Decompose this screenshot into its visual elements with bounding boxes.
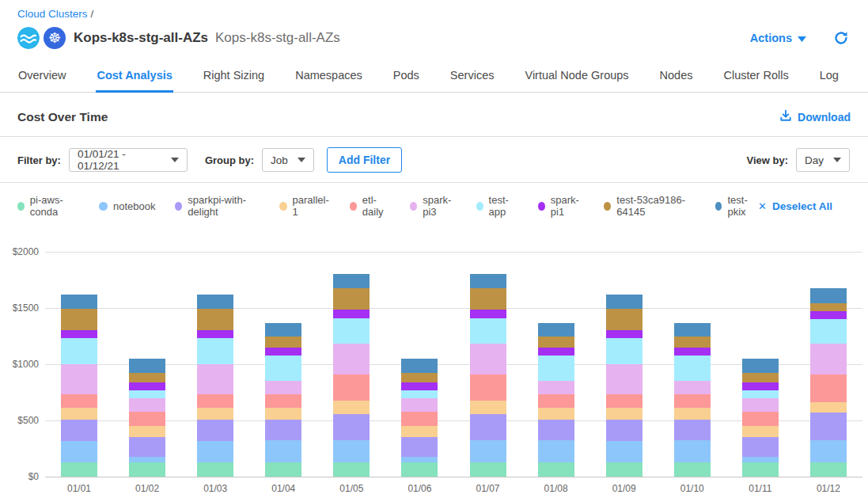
- bar-segment-pi-aws-conda[interactable]: [197, 462, 233, 477]
- bar-segment-pi-aws-conda[interactable]: [470, 462, 506, 477]
- legend-item-notebook[interactable]: notebook: [99, 200, 156, 212]
- bar-segment-test-53ca9186-64145[interactable]: [538, 337, 574, 348]
- bar-segment-parallel-1[interactable]: [401, 426, 438, 437]
- bar-segment-test-pkix[interactable]: [265, 323, 301, 337]
- stacked-bar-01/03[interactable]: [197, 295, 233, 477]
- bar-segment-test-53ca9186-64145[interactable]: [265, 337, 301, 348]
- bar-segment-test-pkix[interactable]: [674, 323, 711, 337]
- bar-segment-parallel-1[interactable]: [197, 408, 233, 419]
- bar-segment-sparkpi-with-delight[interactable]: [674, 420, 711, 440]
- date-range-select[interactable]: 01/01/21 - 01/12/21: [69, 148, 188, 172]
- bar-segment-pi-aws-conda[interactable]: [265, 462, 301, 477]
- bar-segment-test-app[interactable]: [197, 338, 233, 364]
- bar-segment-etl-daily[interactable]: [674, 394, 711, 408]
- bar-segment-etl-daily[interactable]: [129, 412, 165, 426]
- bar-segment-parallel-1[interactable]: [674, 408, 711, 419]
- bar-segment-notebook[interactable]: [810, 440, 847, 462]
- bar-segment-test-53ca9186-64145[interactable]: [61, 309, 97, 330]
- bar-segment-test-53ca9186-64145[interactable]: [674, 337, 711, 348]
- legend-item-test-pkix[interactable]: test-pkix: [715, 194, 758, 218]
- bar-segment-notebook[interactable]: [606, 441, 642, 463]
- bar-segment-spark-pi1[interactable]: [538, 348, 574, 356]
- bar-segment-test-53ca9186-64145[interactable]: [333, 288, 370, 310]
- bar-segment-test-app[interactable]: [265, 356, 301, 380]
- bar-segment-test-app[interactable]: [742, 390, 779, 398]
- stacked-bar-01/04[interactable]: [265, 323, 301, 477]
- bar-segment-test-app[interactable]: [470, 318, 506, 344]
- legend-item-spark-pi1[interactable]: spark-pi1: [538, 194, 584, 218]
- bar-segment-notebook[interactable]: [265, 440, 301, 462]
- bar-segment-spark-pi3[interactable]: [129, 398, 165, 411]
- bar-segment-test-pkix[interactable]: [197, 295, 233, 309]
- bar-segment-test-pkix[interactable]: [470, 274, 506, 288]
- legend-item-sparkpi-with-delight[interactable]: sparkpi-with-delight: [175, 194, 259, 218]
- bar-segment-pi-aws-conda[interactable]: [61, 462, 97, 477]
- bar-segment-spark-pi1[interactable]: [265, 348, 301, 356]
- bar-segment-sparkpi-with-delight[interactable]: [401, 437, 438, 457]
- tab-cluster-rolls[interactable]: Cluster Rolls: [723, 63, 790, 93]
- bar-segment-sparkpi-with-delight[interactable]: [470, 414, 506, 440]
- download-button[interactable]: Download: [779, 109, 851, 124]
- bar-segment-test-53ca9186-64145[interactable]: [606, 309, 642, 330]
- bar-segment-sparkpi-with-delight[interactable]: [606, 420, 642, 441]
- stacked-bar-01/08[interactable]: [538, 323, 574, 477]
- bar-segment-test-pkix[interactable]: [401, 359, 438, 373]
- bar-segment-spark-pi3[interactable]: [333, 344, 370, 374]
- legend-item-spark-pi3[interactable]: spark-pi3: [410, 194, 456, 218]
- bar-segment-pi-aws-conda[interactable]: [606, 462, 642, 477]
- legend-item-test-app[interactable]: test-app: [476, 194, 518, 218]
- bar-segment-test-53ca9186-64145[interactable]: [470, 288, 506, 310]
- bar-segment-spark-pi3[interactable]: [742, 398, 779, 411]
- bar-segment-notebook[interactable]: [129, 457, 165, 462]
- bar-segment-parallel-1[interactable]: [61, 408, 97, 419]
- view-by-select[interactable]: Day: [796, 148, 850, 172]
- bar-segment-spark-pi3[interactable]: [674, 381, 711, 395]
- stacked-bar-01/01[interactable]: [61, 295, 97, 477]
- bar-segment-test-53ca9186-64145[interactable]: [401, 373, 438, 382]
- bar-segment-test-app[interactable]: [61, 338, 97, 364]
- bar-segment-pi-aws-conda[interactable]: [810, 462, 847, 477]
- bar-segment-parallel-1[interactable]: [265, 408, 301, 419]
- bar-segment-etl-daily[interactable]: [810, 375, 847, 402]
- bar-segment-test-pkix[interactable]: [129, 359, 165, 373]
- tab-nodes[interactable]: Nodes: [659, 63, 694, 93]
- bar-segment-notebook[interactable]: [742, 457, 779, 462]
- bar-segment-test-app[interactable]: [674, 356, 711, 380]
- bar-segment-etl-daily[interactable]: [333, 375, 370, 401]
- bar-segment-test-pkix[interactable]: [333, 274, 370, 288]
- bar-segment-test-pkix[interactable]: [538, 323, 574, 337]
- bar-segment-notebook[interactable]: [401, 457, 438, 462]
- bar-segment-parallel-1[interactable]: [129, 426, 165, 437]
- bar-segment-pi-aws-conda[interactable]: [129, 462, 165, 477]
- bar-segment-pi-aws-conda[interactable]: [742, 462, 779, 477]
- bar-segment-etl-daily[interactable]: [61, 394, 97, 408]
- bar-segment-notebook[interactable]: [333, 440, 370, 462]
- bar-segment-notebook[interactable]: [470, 440, 506, 462]
- bar-segment-parallel-1[interactable]: [742, 426, 779, 437]
- bar-segment-test-app[interactable]: [810, 319, 847, 344]
- bar-segment-sparkpi-with-delight[interactable]: [265, 420, 301, 440]
- bar-segment-test-pkix[interactable]: [742, 359, 779, 373]
- bar-segment-spark-pi3[interactable]: [810, 344, 847, 374]
- bar-segment-sparkpi-with-delight[interactable]: [742, 437, 779, 457]
- bar-segment-parallel-1[interactable]: [470, 401, 506, 413]
- bar-segment-test-app[interactable]: [333, 318, 370, 344]
- bar-segment-parallel-1[interactable]: [538, 408, 574, 419]
- bar-segment-sparkpi-with-delight[interactable]: [129, 437, 165, 457]
- legend-item-parallel-1[interactable]: parallel-1: [279, 194, 330, 218]
- bar-segment-parallel-1[interactable]: [810, 402, 847, 413]
- bar-segment-parallel-1[interactable]: [606, 408, 642, 419]
- stacked-bar-01/12[interactable]: [810, 288, 847, 477]
- bar-segment-spark-pi1[interactable]: [61, 330, 97, 339]
- bar-segment-spark-pi1[interactable]: [401, 382, 438, 391]
- stacked-bar-01/11[interactable]: [742, 359, 779, 477]
- stacked-bar-01/02[interactable]: [129, 359, 165, 477]
- tab-services[interactable]: Services: [449, 63, 495, 93]
- bar-segment-test-53ca9186-64145[interactable]: [810, 303, 847, 311]
- stacked-bar-01/10[interactable]: [674, 323, 711, 477]
- deselect-all-button[interactable]: ✕ Deselect All: [758, 200, 832, 212]
- bar-segment-test-app[interactable]: [538, 356, 574, 380]
- bar-segment-etl-daily[interactable]: [742, 412, 779, 426]
- bar-segment-spark-pi3[interactable]: [197, 364, 233, 394]
- bar-segment-notebook[interactable]: [197, 441, 233, 463]
